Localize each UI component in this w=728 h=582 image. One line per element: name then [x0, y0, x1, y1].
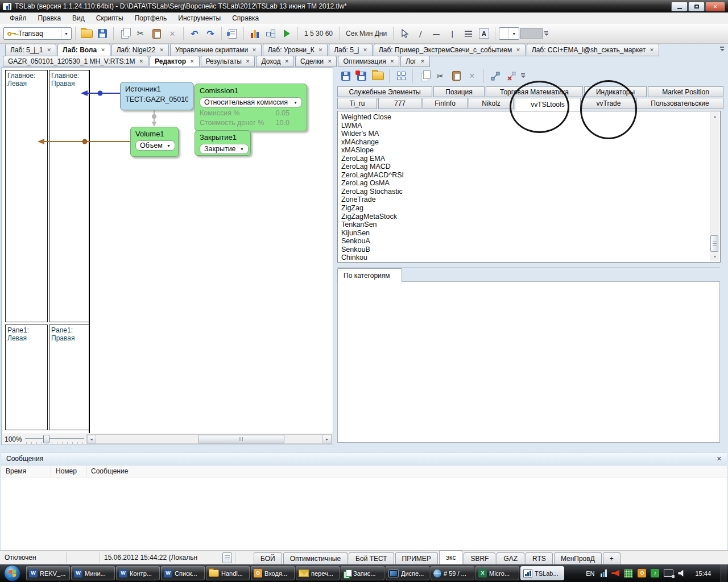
tab-close-icon[interactable]: ✕ — [284, 59, 289, 64]
message-column-header[interactable]: Номер — [51, 465, 86, 477]
library-tab[interactable]: Пользовательские — [636, 98, 723, 109]
workspace-tab[interactable]: Лаб: Уровни_К ✕ — [263, 44, 328, 56]
agent-tab[interactable]: ПРИМЕР — [395, 552, 438, 564]
color-swatch[interactable] — [520, 28, 543, 39]
zoom-slider[interactable] — [25, 435, 84, 444]
interval-units[interactable]: Сек Мин Дни — [343, 30, 390, 38]
unlink-blocks-button[interactable] — [504, 69, 518, 83]
document-tab[interactable]: Лог ✕ — [400, 56, 429, 67]
agent-tab[interactable]: Оптимистичные — [283, 552, 348, 564]
interval-values[interactable]: 1 5 30 60 — [301, 30, 336, 38]
comission-mode-dropdown[interactable]: Относительная комиссия ▼ — [200, 97, 302, 107]
chart-button[interactable] — [247, 26, 262, 41]
pointer-tool-button[interactable] — [397, 26, 412, 41]
style-combobox[interactable]: ▼ — [499, 27, 519, 40]
close-mode-dropdown[interactable]: Закрытие ▼ — [200, 144, 249, 154]
indicator-item[interactable]: ZigZag — [341, 204, 708, 213]
tab-close-icon[interactable]: ✕ — [420, 59, 425, 64]
pane-main-left[interactable]: Главное: Левая — [5, 70, 48, 322]
save-button[interactable] — [95, 26, 110, 41]
palette-toolbar-overflow-icon[interactable] — [520, 73, 526, 79]
block-volume[interactable]: Volume1 Объем ▼ — [130, 127, 179, 157]
scroll-up-icon[interactable]: ▲ — [713, 112, 717, 121]
indicator-item[interactable]: ZeroLag EMA — [341, 155, 708, 163]
document-tab[interactable]: GAZR_050101_120530_1 MH_V:RTS:1M ✕ — [3, 56, 148, 67]
palette-save-button[interactable] — [339, 69, 353, 83]
menu-item[interactable]: Файл — [4, 13, 32, 23]
tab-close-icon[interactable]: ✕ — [363, 47, 367, 53]
menu-item[interactable]: Справка — [226, 13, 264, 23]
tab-close-icon[interactable]: ✕ — [47, 47, 51, 53]
text-tool-button[interactable]: A — [477, 26, 491, 41]
taskbar-button-mail[interactable]: переч... — [296, 566, 340, 580]
close-button[interactable]: ✕ — [705, 2, 725, 11]
agent-tab[interactable]: экс — [439, 550, 463, 564]
menu-item[interactable]: Вид — [67, 13, 90, 23]
taskbar-button-tslab[interactable]: TSLab... — [520, 566, 564, 580]
document-tab[interactable]: Оптимизация ✕ — [338, 56, 399, 67]
taskbar-button-word-2[interactable]: WМини... — [71, 566, 115, 580]
indicator-item[interactable]: LWMA — [341, 122, 708, 130]
indicator-item[interactable]: ZeroLag OsMA — [341, 179, 708, 188]
indicator-item[interactable]: ZeroLag Stochastic — [341, 188, 708, 196]
pane-pane1-right[interactable]: Pane1: Правая — [49, 325, 89, 430]
tab-close-icon[interactable]: ✕ — [328, 59, 332, 64]
indicator-item[interactable]: Wilder's MA — [341, 130, 708, 138]
document-tab[interactable]: Доход ✕ — [256, 56, 294, 67]
category-tab[interactable]: Индикаторы — [584, 86, 647, 97]
cut-button[interactable]: ✂ — [133, 26, 148, 41]
workspace-tab[interactable]: Лаб: CCI+EMA_l@sh_сжать_маркет ✕ — [527, 44, 659, 56]
palette-open-button[interactable] — [371, 69, 384, 83]
combo-dropdown-icon[interactable]: ▼ — [508, 28, 519, 39]
taskbar-button-word-4[interactable]: WСписк... — [161, 566, 205, 580]
pane-main-right[interactable]: Главное: Правая — [49, 70, 89, 322]
taskbar-button-word-3[interactable]: WКонтр... — [116, 566, 160, 580]
tray-tslab-icon[interactable] — [601, 569, 607, 577]
indicator-item[interactable]: ZeroLagMACD^RSI — [341, 171, 708, 180]
menu-item[interactable]: Портфель — [129, 13, 173, 23]
tray-network-icon[interactable] — [664, 569, 673, 577]
indicator-item[interactable]: TenkanSen — [341, 221, 708, 229]
palette-grid-button[interactable] — [394, 69, 408, 83]
palette-copy-button[interactable] — [417, 69, 431, 83]
category-tab[interactable]: Market Position — [648, 86, 723, 97]
script-editor-canvas[interactable]: Главное: Левая Главное: Правая Pane1: Ле… — [1, 67, 333, 445]
message-column-header[interactable]: Сообщение — [86, 465, 727, 477]
library-tab[interactable]: Nikolz — [469, 98, 514, 109]
tab-close-icon[interactable]: ✕ — [101, 47, 105, 53]
tab-close-icon[interactable]: ✕ — [159, 47, 164, 53]
taskbar-button-browser[interactable]: # 59 / ... — [431, 566, 474, 580]
tab-close-icon[interactable]: ✕ — [516, 47, 520, 53]
messages-close-icon[interactable]: ✕ — [717, 455, 722, 463]
tab-close-icon[interactable]: ✕ — [650, 47, 654, 53]
workspace-tab[interactable]: Лаб: Пример_ЭкстремСвечи_с_событием ✕ — [374, 44, 526, 56]
toolbar-overflow-icon[interactable] — [544, 31, 549, 37]
indicator-item[interactable]: SenkouB — [341, 246, 708, 254]
workspace-tab[interactable]: Лаб: 5_j ✕ — [329, 44, 373, 56]
agent-tab[interactable]: + — [603, 552, 621, 564]
tray-volume-icon[interactable] — [678, 570, 685, 577]
taskbar-button-excel[interactable]: XMicro... — [475, 566, 519, 580]
script-blocks-button[interactable] — [263, 26, 278, 41]
library-tab[interactable]: FinInfo — [423, 98, 468, 109]
indicator-item[interactable]: ZoneTrade — [341, 196, 708, 204]
workspace-tab[interactable]: Лаб: Вола ✕ — [57, 44, 110, 56]
tab-close-icon[interactable]: ✕ — [390, 59, 395, 64]
maximize-button[interactable] — [688, 2, 705, 11]
indicator-item[interactable]: KijunSen — [341, 229, 708, 238]
indicator-item[interactable]: xMASlope — [341, 146, 708, 155]
agent-tab[interactable]: БОЙ — [254, 552, 282, 564]
open-button[interactable] — [79, 26, 94, 41]
delete-button[interactable]: ✕ — [165, 26, 180, 41]
run-button[interactable] — [279, 26, 294, 41]
properties-button[interactable] — [225, 26, 240, 41]
taskbar-button-task-manager[interactable]: Диспе... — [386, 566, 429, 580]
tab-close-icon[interactable]: ✕ — [190, 59, 195, 64]
agent-tab[interactable]: Бой ТЕСТ — [349, 552, 394, 564]
block-close[interactable]: Закрытие1 Закрытие ▼ — [195, 130, 251, 156]
title-bar[interactable]: TSLab (версия 1.1.24.110:64bit) - D:\DAT… — [0, 0, 728, 13]
agent-tab[interactable]: МенПровД — [554, 552, 602, 564]
palette-cut-button[interactable]: ✂ — [433, 69, 447, 83]
keyboard-language-indicator[interactable]: EN — [584, 570, 596, 577]
connection-combobox[interactable]: Transaq ▼ — [3, 27, 72, 40]
